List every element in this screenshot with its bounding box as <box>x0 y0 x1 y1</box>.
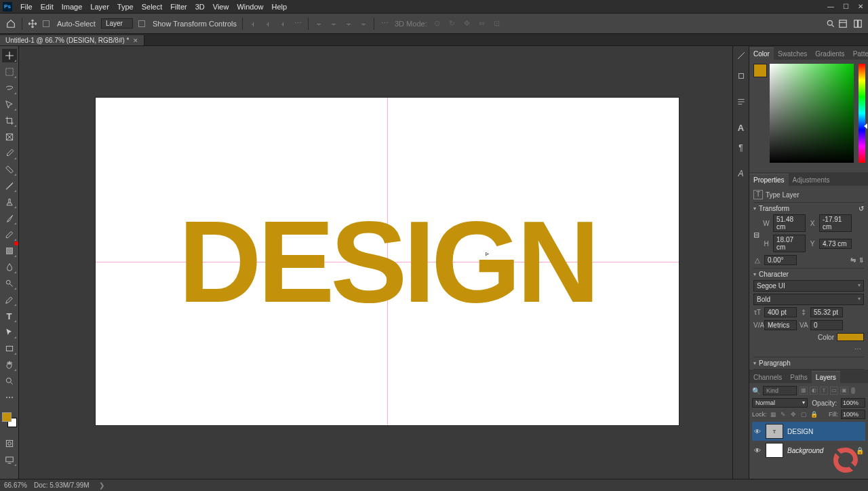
filter-smart-icon[interactable]: ▣ <box>840 387 848 395</box>
canvas-area[interactable]: DESIGN ▹ <box>19 46 732 479</box>
brushes-panel-icon[interactable] <box>736 50 747 61</box>
visibility-icon[interactable]: 👁 <box>753 447 762 454</box>
frame-tool[interactable] <box>2 130 17 144</box>
paragraph-section-header[interactable]: ▾ Paragraph <box>753 357 864 370</box>
transform-section-header[interactable]: ▾ Transform ↺ <box>753 202 864 214</box>
quick-mask-icon[interactable] <box>2 437 17 450</box>
eyedropper-tool[interactable] <box>2 146 17 160</box>
document-canvas[interactable]: DESIGN ▹ <box>96 98 679 425</box>
type-tool[interactable]: T <box>2 309 17 323</box>
tracking-field[interactable]: 0 <box>810 320 843 330</box>
reset-icon[interactable]: ↺ <box>859 205 864 212</box>
menu-filter[interactable]: Filter <box>166 3 191 11</box>
auto-select-target-dropdown[interactable]: Layer <box>101 18 133 28</box>
status-arrow-icon[interactable]: ❯ <box>99 482 104 489</box>
font-weight-dropdown[interactable]: Bold <box>753 294 864 305</box>
screen-mode-icon[interactable] <box>2 453 17 467</box>
angle-field[interactable]: 0.00° <box>764 255 797 265</box>
hue-slider[interactable] <box>859 64 865 163</box>
show-transform-checkbox[interactable] <box>138 20 145 27</box>
rectangle-tool[interactable] <box>2 342 17 355</box>
align-center-h-icon[interactable]: ⫞ <box>263 19 273 28</box>
blend-mode-dropdown[interactable]: Normal <box>752 398 808 408</box>
more-options-icon[interactable]: ⋯ <box>753 344 864 354</box>
filter-shape-icon[interactable]: ▭ <box>830 387 838 395</box>
flip-h-icon[interactable]: ⇋ <box>850 256 856 264</box>
tab-paths[interactable]: Paths <box>786 372 812 383</box>
crop-tool[interactable] <box>2 114 17 127</box>
distribute-bottom-icon[interactable]: ⫟ <box>344 19 353 28</box>
paragraph-panel-icon[interactable]: ¶ <box>736 142 747 153</box>
tab-properties[interactable]: Properties <box>749 174 789 186</box>
y-field[interactable]: 4.73 cm <box>819 239 852 249</box>
document-tab[interactable]: Untitled-1 @ 66.7% (DESIGN, RGB/8#) * ✕ <box>0 35 144 45</box>
flip-v-icon[interactable]: ⥮ <box>859 256 864 264</box>
distribute-hcenter-icon[interactable]: ⫟ <box>359 19 368 28</box>
blur-tool[interactable] <box>2 260 17 274</box>
doc-size[interactable]: Doc: 5.93M/7.99M <box>34 482 90 489</box>
menu-layer[interactable]: Layer <box>86 3 113 11</box>
menu-view[interactable]: View <box>209 3 233 11</box>
layer-name[interactable]: Background <box>787 447 823 454</box>
pen-tool[interactable] <box>2 293 17 307</box>
marquee-tool[interactable] <box>2 65 17 79</box>
filter-toggle-icon[interactable] <box>851 387 855 394</box>
filter-type-icon[interactable]: T <box>820 387 828 395</box>
menu-type[interactable]: Type <box>113 3 138 11</box>
lock-position-icon[interactable]: ✥ <box>790 411 797 418</box>
color-field[interactable] <box>770 64 854 163</box>
layer-name[interactable]: DESIGN <box>787 428 813 435</box>
healing-brush-tool[interactable] <box>2 163 17 176</box>
link-wh-icon[interactable]: ⊟ <box>753 231 760 239</box>
lock-image-icon[interactable]: ✎ <box>780 411 787 418</box>
arrange-docs-icon[interactable] <box>838 19 848 28</box>
brush-tool[interactable] <box>2 179 17 193</box>
lock-transparency-icon[interactable]: ▦ <box>770 411 777 418</box>
edit-toolbar-icon[interactable]: ⋯ <box>2 391 17 404</box>
path-selection-tool[interactable] <box>2 326 17 339</box>
height-field[interactable]: 18.07 cm <box>773 235 806 252</box>
leading-field[interactable]: 55.32 pt <box>810 307 843 317</box>
tab-channels[interactable]: Channels <box>749 372 786 383</box>
history-brush-tool[interactable] <box>2 212 17 225</box>
eraser-tool[interactable] <box>2 228 17 241</box>
tab-close-icon[interactable]: ✕ <box>133 37 138 44</box>
text-layer-content[interactable]: DESIGN <box>178 195 596 328</box>
move-tool[interactable] <box>2 49 17 62</box>
layer-thumbnail[interactable]: T <box>766 424 783 439</box>
character-panel-icon[interactable]: A <box>736 122 747 133</box>
zoom-level[interactable]: 66.67% <box>4 482 27 489</box>
visibility-icon[interactable]: 👁 <box>753 428 762 435</box>
distribute-top-icon[interactable]: ⫟ <box>314 19 323 28</box>
lock-all-icon[interactable]: 🔒 <box>810 411 818 418</box>
menu-3d[interactable]: 3D <box>191 3 209 11</box>
tab-adjustments[interactable]: Adjustments <box>789 174 834 186</box>
menu-edit[interactable]: Edit <box>37 3 58 11</box>
clone-source-panel-icon[interactable] <box>736 71 747 81</box>
text-color-chip[interactable] <box>837 333 864 341</box>
dodge-tool[interactable] <box>2 277 17 290</box>
fill-field[interactable]: 100% <box>841 410 865 419</box>
foreground-background-swatches[interactable] <box>2 412 17 427</box>
layer-item[interactable]: 👁 T DESIGN <box>752 422 865 441</box>
close-icon[interactable]: ✕ <box>853 0 868 14</box>
font-size-field[interactable]: 400 pt <box>764 307 797 317</box>
x-field[interactable]: -17.91 cm <box>819 214 852 232</box>
menu-file[interactable]: File <box>16 3 37 11</box>
more-options-icon[interactable]: ⋯ <box>380 19 389 28</box>
tab-swatches[interactable]: Swatches <box>774 48 811 60</box>
filter-adjustment-icon[interactable]: ◐ <box>810 387 818 395</box>
clone-stamp-tool[interactable] <box>2 195 17 209</box>
home-icon[interactable] <box>5 18 16 29</box>
paragraph-styles-panel-icon[interactable] <box>736 96 747 107</box>
layer-thumbnail[interactable] <box>766 443 783 458</box>
align-right-icon[interactable]: ⫞ <box>278 19 288 28</box>
tab-gradients[interactable]: Gradients <box>811 48 848 60</box>
layer-filter-dropdown[interactable]: Kind <box>763 386 797 395</box>
glyphs-panel-icon[interactable]: A <box>736 168 747 179</box>
character-section-header[interactable]: ▾ Character <box>753 268 864 280</box>
kerning-field[interactable]: Metrics <box>764 320 797 330</box>
lasso-tool[interactable] <box>2 81 17 95</box>
zoom-tool[interactable] <box>2 374 17 388</box>
current-color-swatch[interactable] <box>753 64 767 77</box>
